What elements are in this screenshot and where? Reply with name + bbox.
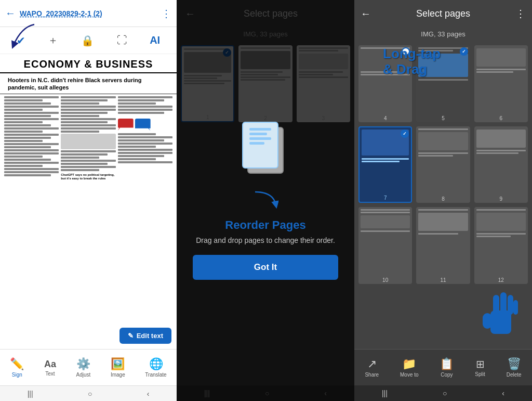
col-3	[118, 96, 172, 325]
plus-icon: ＋	[48, 33, 58, 47]
left-panel: ← WAPO_20230829-2-1 (2) ⋮ ✔ ＋ 🔒	[0, 0, 177, 401]
r-home-btn[interactable]: ○	[443, 389, 447, 397]
lock-icon: 🔒	[81, 34, 94, 47]
reorder-desc: Drag and drop pages to change their orde…	[185, 236, 345, 244]
moveto-btn[interactable]: 📁 Move to	[400, 357, 419, 378]
svg-rect-4	[508, 295, 513, 315]
check-circle-icon: ✔	[17, 34, 25, 47]
svg-rect-5	[513, 300, 518, 315]
translate-icon: 🌐	[149, 357, 163, 371]
right-page-thumb-10[interactable]: 10	[358, 207, 412, 284]
newspaper-header: ECONOMY & BUSINESS	[0, 54, 177, 73]
newspaper-content-area: ECONOMY & BUSINESS Hooters in N.C. didn'…	[0, 54, 177, 349]
edit-text-label: Edit text	[137, 332, 163, 340]
right-page-thumb-11[interactable]: 11	[416, 207, 470, 284]
text-label: Text	[45, 371, 55, 377]
r-menu-btn[interactable]: |||	[382, 389, 388, 397]
right-subtitle: IMG, 33 pages	[354, 27, 532, 41]
back-btn[interactable]: ‹	[147, 390, 150, 398]
right-panel: ← Select pages ⋮ IMG, 33 pages 4	[354, 0, 532, 401]
share-btn[interactable]: ↗ Share	[365, 357, 379, 378]
left-header: ← WAPO_20230829-2-1 (2) ⋮	[0, 0, 177, 27]
left-more-icon[interactable]: ⋮	[161, 7, 171, 20]
newspaper-body: ChatGPT says no political targeting, but…	[0, 94, 177, 327]
adjust-icon: ⚙️	[76, 357, 90, 371]
right-header: ← Select pages ⋮	[354, 0, 532, 27]
right-page-thumb-4[interactable]: 4	[358, 45, 412, 122]
delete-icon: 🗑️	[507, 357, 521, 371]
text-icon: Aa	[44, 359, 56, 370]
left-bottom-nav: ✏️ Sign Aa Text ⚙️ Adjust 🖼️ Image 🌐 Tra…	[0, 349, 177, 385]
add-tool-btn[interactable]: ＋	[45, 31, 61, 49]
moveto-label: Move to	[400, 372, 419, 378]
reorder-title: Reorder Pages	[225, 218, 305, 232]
copy-label: Copy	[441, 372, 453, 378]
headline1: Hooters in N.C. didn't rehire Black serv…	[0, 73, 177, 94]
sign-label: Sign	[12, 372, 22, 378]
share-label: Share	[365, 372, 379, 378]
left-title: WAPO_20230829-2-1 (2)	[20, 9, 157, 18]
right-content-area: 4 5 6	[354, 41, 532, 349]
right-page-thumb-8[interactable]: 8	[416, 126, 470, 203]
right-page-thumb-9[interactable]: 9	[474, 126, 528, 203]
adjust-nav-item[interactable]: ⚙️ Adjust	[76, 357, 91, 378]
home-btn[interactable]: ○	[88, 390, 92, 398]
text-nav-item[interactable]: Aa Text	[44, 359, 56, 377]
left-system-nav: ||| ○ ‹	[0, 385, 177, 401]
image-icon: 🖼️	[111, 357, 125, 371]
page-5-check	[460, 47, 468, 56]
ai-label: AI	[150, 34, 160, 46]
image-label: Image	[111, 372, 125, 378]
hand-icon	[477, 284, 524, 342]
right-system-nav: ||| ○ ‹	[354, 385, 532, 401]
edit-icon: ✎	[128, 332, 134, 340]
image-nav-item[interactable]: 🖼️ Image	[111, 357, 125, 378]
right-title: Select pages	[375, 8, 511, 19]
split-label: Split	[475, 371, 485, 377]
reorder-pages-icon	[240, 122, 291, 184]
adjust-label: Adjust	[76, 372, 91, 378]
right-page-thumb-12[interactable]: 12	[474, 207, 528, 284]
menu-btn[interactable]: |||	[28, 390, 33, 398]
col-1	[4, 96, 59, 325]
delete-btn[interactable]: 🗑️ Delete	[507, 357, 522, 378]
edit-text-button[interactable]: ✎ Edit text	[119, 328, 171, 344]
page-icon-lines	[249, 128, 271, 147]
curved-arrow	[252, 189, 278, 212]
middle-panel: ← Select pages IMG, 33 pages 1	[177, 0, 354, 401]
hand-icon-container	[477, 284, 524, 344]
got-it-button[interactable]: Got It	[193, 255, 338, 280]
expand-tool-btn[interactable]: ⛶	[114, 32, 130, 48]
svg-rect-3	[500, 292, 507, 315]
ai-tool-btn[interactable]: AI	[147, 32, 163, 48]
expand-icon: ⛶	[117, 34, 127, 46]
page-7-check	[401, 130, 409, 138]
select-tool-btn[interactable]: ✔	[14, 32, 29, 49]
translate-nav-item[interactable]: 🌐 Translate	[145, 357, 166, 378]
split-icon: ⊞	[476, 358, 485, 370]
right-pages-grid: 4 5 6	[354, 41, 532, 288]
sign-icon: ✏️	[10, 357, 24, 371]
right-back-icon[interactable]: ←	[361, 8, 371, 20]
sign-nav-item[interactable]: ✏️ Sign	[10, 357, 24, 378]
svg-rect-1	[483, 313, 492, 329]
right-page-thumb-6[interactable]: 6	[474, 45, 528, 122]
lock-tool-btn[interactable]: 🔒	[78, 32, 97, 49]
right-more-icon[interactable]: ⋮	[515, 7, 526, 20]
right-page-thumb-7[interactable]: 7	[358, 126, 412, 203]
copy-icon: 📋	[440, 357, 454, 371]
page-icon-front	[242, 122, 278, 169]
right-page-thumb-5[interactable]: 5	[416, 45, 470, 122]
split-btn[interactable]: ⊞ Split	[475, 358, 485, 377]
newspaper-content: ECONOMY & BUSINESS Hooters in N.C. didn'…	[0, 54, 177, 349]
col-2: ChatGPT says no political targeting, but…	[61, 96, 115, 325]
delete-label: Delete	[507, 372, 522, 378]
right-bottom-bar: ↗ Share 📁 Move to 📋 Copy ⊞ Split 🗑️ Dele…	[354, 349, 532, 385]
chatgpt-headline: ChatGPT says no political targeting, but…	[61, 173, 115, 182]
r-back-btn[interactable]: ‹	[502, 389, 504, 397]
translate-label: Translate	[145, 372, 166, 378]
share-icon: ↗	[367, 357, 377, 371]
section-title: ECONOMY & BUSINESS	[8, 58, 169, 70]
copy-btn[interactable]: 📋 Copy	[440, 357, 454, 378]
left-back-icon[interactable]: ←	[5, 7, 16, 19]
